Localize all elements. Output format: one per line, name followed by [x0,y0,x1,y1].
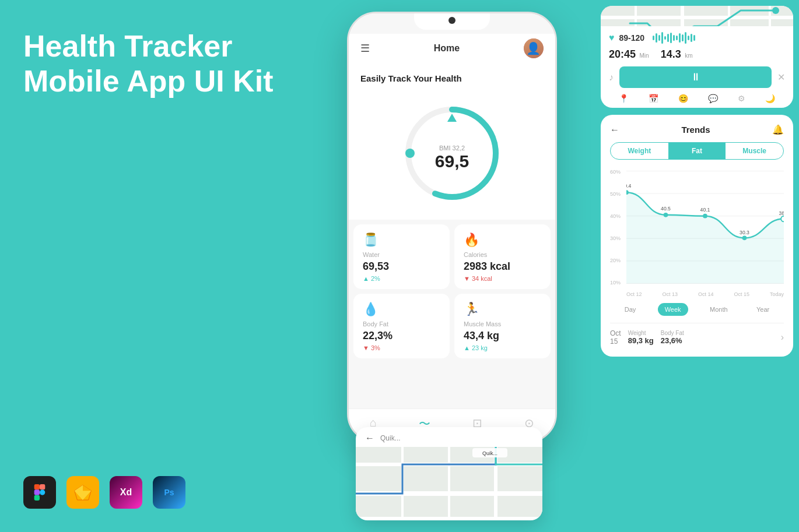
main-phone: ☰ Home Easily Track Your Health [347,12,557,443]
phone-notch [414,13,490,30]
time-value: 20:45 [609,48,636,60]
stat-name-water: Water [363,251,440,258]
app-subtitle: Easily Track Your Health [349,65,555,89]
right-panels: ♥ 89-120 [601,6,793,357]
stat-change-water: ▲ 2% [363,275,440,282]
app-header: ☰ Home [349,34,555,65]
stat-card-bodyfat: 💧 Body Fat 22,3% ▼ 3% [353,294,450,358]
bottom-icons-row: 📍 📅 😊 💬 ⚙ 🌙 [601,94,793,108]
period-month[interactable]: Month [703,303,735,316]
trends-footer: Oct15 Weight 89,3 kg Body Fat 23,6% › [610,323,784,346]
svg-text:Quik...: Quik... [482,450,497,456]
map-strip [601,6,793,26]
footer-fat-label: Body Fat [661,330,684,336]
period-year[interactable]: Year [749,303,776,316]
time-item: 20:45 Min [609,48,649,61]
time-distance-row: 20:45 Min 14.3 km [609,48,785,61]
distance-unit: km [685,52,692,59]
map-back-arrow[interactable]: ← [365,433,374,443]
bmi-value: 69,5 [435,152,469,171]
svg-point-4 [40,489,45,495]
avatar [524,38,544,58]
bottom-phone-header: ← Quik... [356,427,542,447]
footer-bodyfat: Body Fat 23,6% [661,330,684,345]
bottom-map-area: Quik... [356,447,542,517]
activity-info: ♥ 89-120 [601,26,793,66]
pause-button[interactable]: ⏸ [619,66,772,88]
footer-arrow[interactable]: › [781,332,784,343]
menu-icon[interactable]: ☰ [360,42,370,55]
moon-icon[interactable]: 🌙 [765,94,775,103]
heart-icon: ♥ [609,33,615,43]
trends-title: Trends [681,125,710,135]
activity-panel: ♥ 89-120 [601,6,793,108]
emoji-icon[interactable]: 😊 [678,94,688,103]
settings-icon[interactable]: ⚙ [738,94,745,103]
music-icon[interactable]: ♪ [609,72,614,83]
svg-point-34 [703,214,707,219]
stat-change-muscle: ▲ 23 kg [464,344,541,351]
trends-panel: ← Trends 🔔 Weight Fat Muscle 60% 50% 40%… [601,115,793,357]
svg-point-33 [664,213,668,217]
tool-icons: Xd Ps [23,476,185,509]
stat-card-muscle: 🏃 Muscle Mass 43,4 kg ▲ 23 kg [454,294,551,358]
chat-icon[interactable]: 💬 [708,94,718,103]
svg-point-35 [742,235,747,240]
trends-header: ← Trends 🔔 [610,124,784,135]
period-week[interactable]: Week [658,303,688,316]
bmi-section: BMI 32,2 69,5 [349,89,555,220]
heart-rate-value: 89-120 [619,33,645,43]
svg-rect-3 [34,495,40,501]
bottom-map-phone: ← Quik... Quik... [356,427,542,520]
trends-tabs: Weight Fat Muscle [610,142,784,160]
svg-text:30.3: 30.3 [740,230,749,235]
svg-text:38.8: 38.8 [779,210,784,216]
bmi-label: BMI 32,2 [435,145,469,152]
svg-rect-2 [34,489,40,495]
svg-point-20 [772,7,779,14]
stat-card-calories: 🔥 Calories 2983 kcal ▼ 34 kcal [454,224,551,289]
water-icon: 🫙 [363,232,440,248]
svg-rect-0 [34,484,40,489]
heart-waveform [653,32,695,44]
svg-marker-11 [447,114,457,122]
close-button[interactable]: ✕ [777,72,785,83]
svg-text:40.1: 40.1 [700,207,710,213]
stat-value-bodyfat: 22,3% [363,330,440,342]
chart-svg: 50.4 40.5 40.1 30.3 38.8 [626,169,784,286]
chart-x-labels: Oct 12 Oct 13 Oct 14 Oct 15 Today [610,291,784,297]
period-day[interactable]: Day [618,303,643,316]
bodyfat-icon: 💧 [363,302,440,317]
chart-y-labels: 60% 50% 40% 30% 20% 10% [610,169,621,286]
stat-name-muscle: Muscle Mass [464,320,541,327]
muscle-icon: 🏃 [464,302,541,317]
map-location-name: Quik... [380,434,401,442]
calendar-icon[interactable]: 📅 [649,94,658,103]
back-icon[interactable]: ← [610,125,619,135]
bmi-center: BMI 32,2 69,5 [435,145,469,171]
heart-rate-row: ♥ 89-120 [609,32,785,44]
footer-weight-label: Weight [628,330,654,336]
ps-icon: Ps [153,476,185,509]
stat-value-water: 69,53 [363,260,440,273]
stats-grid: 🫙 Water 69,53 ▲ 2% 🔥 Calories 2983 kcal … [349,224,555,363]
stat-change-bodyfat: ▼ 3% [363,344,440,351]
stat-value-muscle: 43,4 kg [464,330,541,342]
app-header-title: Home [434,43,460,54]
calories-icon: 🔥 [464,232,541,248]
period-tabs: Day Week Month Year [610,303,784,316]
phone-frame: ☰ Home Easily Track Your Health [347,12,557,443]
stat-name-bodyfat: Body Fat [363,320,440,327]
stat-name-calories: Calories [464,251,541,258]
left-panel: Health Tracker Mobile App UI Kit [23,29,292,99]
app-content: ☰ Home Easily Track Your Health [349,13,555,441]
tab-muscle[interactable]: Muscle [726,143,783,159]
location-icon[interactable]: 📍 [619,94,629,103]
tab-fat[interactable]: Fat [668,143,726,159]
footer-fat-value: 23,6% [661,336,684,345]
sketch-icon [66,476,99,509]
footer-date: Oct15 [610,329,621,346]
bell-icon[interactable]: 🔔 [772,124,784,135]
tab-weight[interactable]: Weight [611,143,668,159]
bmi-circle: BMI 32,2 69,5 [400,101,504,206]
